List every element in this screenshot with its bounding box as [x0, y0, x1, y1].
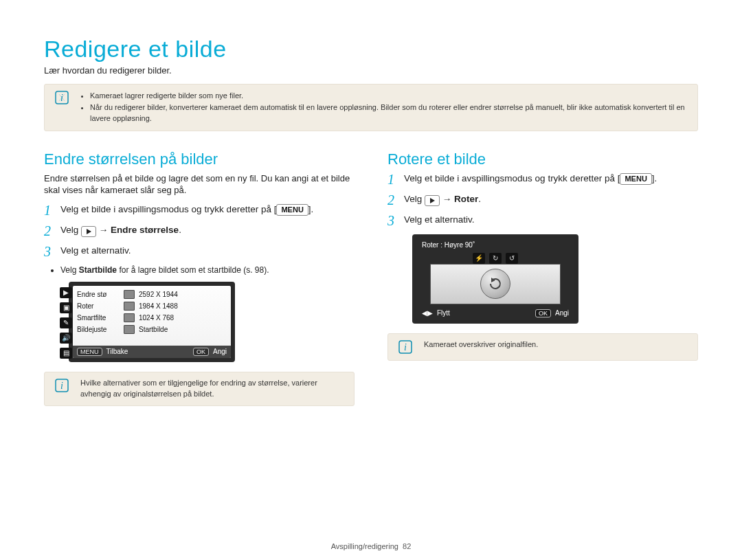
- startimage-icon: [124, 325, 135, 334]
- resolution-icon: [124, 290, 135, 299]
- intro-bullet: Når du redigerer bilder, konverterer kam…: [90, 102, 688, 124]
- info-icon: i: [398, 339, 413, 355]
- lcd-row[interactable]: Roter 1984 X 1488: [76, 300, 228, 312]
- page-footer: Avspilling/redigering 82: [0, 542, 742, 550]
- step-number: 3: [387, 214, 398, 227]
- menu-button[interactable]: MENU: [276, 204, 308, 216]
- step-number: 1: [44, 203, 55, 217]
- rotate-step-1: Velg et bilde i avspillingsmodus og tryk…: [404, 172, 698, 186]
- rotate-action-icon[interactable]: [480, 269, 510, 299]
- resize-heading: Endre størrelsen på bilder: [44, 150, 355, 168]
- resize-step-1: Velg et bilde i avspillingsmodus og tryk…: [60, 203, 355, 216]
- intro-bullet: Kameraet lagrer redigerte bilder som nye…: [90, 91, 688, 102]
- rotate-step-2: Velg → Roter.: [404, 193, 698, 206]
- rotate-note-text: Kameraet overskriver originalfilen.: [424, 339, 538, 350]
- grid-icon: ▣: [60, 302, 72, 313]
- lcd-row[interactable]: Smartfilte 1024 X 768: [76, 312, 228, 324]
- flash-off-icon: ⚡: [473, 253, 485, 264]
- svg-text:i: i: [404, 342, 407, 352]
- svg-marker-5: [430, 198, 435, 203]
- step-number: 2: [387, 193, 398, 207]
- step-number: 1: [387, 172, 398, 186]
- resize-note-text: Hvilke alternativer som er tilgjengelige…: [80, 378, 344, 400]
- lcd-ok-button[interactable]: OK: [535, 309, 551, 317]
- rotate-right-icon[interactable]: ↻: [489, 253, 502, 264]
- lcd-ok-button[interactable]: OK: [193, 348, 209, 356]
- page-subtitle: Lær hvordan du redigerer bilder.: [44, 65, 698, 76]
- info-icon: i: [54, 90, 69, 105]
- lcd-sidebar-icons: ▶ ▣ ✎ 🔊 ▤: [59, 287, 73, 359]
- rotate-note-box: i Kameraet overskriver originalfilen.: [387, 333, 698, 361]
- svg-text:i: i: [60, 93, 63, 103]
- resize-step-2: Velg → Endre størrelse.: [60, 224, 355, 237]
- play-icon: [81, 226, 96, 237]
- lcd-back-label: Tilbake: [106, 348, 128, 355]
- intro-infobox: i Kameraet lagrer redigerte bilder som n…: [44, 84, 698, 131]
- lcd-row[interactable]: Bildejuste Startbilde: [76, 324, 228, 335]
- step-number: 3: [44, 245, 55, 258]
- edit-icon: ✎: [60, 317, 72, 328]
- menu-button[interactable]: MENU: [620, 173, 651, 185]
- svg-marker-2: [87, 229, 91, 234]
- resize-sub-bullet: Velg Startbilde for å lagre bildet som e…: [60, 265, 355, 275]
- lcd-set-label: Angi: [555, 309, 569, 317]
- display-icon: ▤: [60, 348, 72, 359]
- lcd-set-label: Angi: [213, 348, 227, 355]
- step-number: 2: [44, 224, 55, 238]
- nav-arrows-icon[interactable]: ◀▶: [422, 309, 433, 317]
- resize-lcd: ▶ ▣ ✎ 🔊 ▤ Endre stø 2592 X 1944 Roter 19…: [69, 282, 235, 362]
- lcd-menu-button[interactable]: MENU: [77, 348, 102, 356]
- rotate-step-3: Velg et alternativ.: [404, 214, 698, 227]
- info-icon: i: [54, 378, 69, 393]
- lcd-move-label: Flytt: [437, 309, 450, 317]
- rotate-tool-icons: ⚡ ↻ ↺: [416, 251, 574, 264]
- resize-intro: Endre størrelsen på et bilde og lagre de…: [44, 172, 355, 197]
- resize-note-box: i Hvilke alternativer som er tilgjengeli…: [44, 372, 355, 406]
- sound-icon: 🔊: [60, 333, 72, 344]
- rotate-lcd-title: Roter : Høyre 90˚: [422, 241, 475, 249]
- rotate-lcd: Roter : Høyre 90˚ ⚡ ↻ ↺: [412, 234, 578, 324]
- playback-icon: ▶: [60, 287, 72, 298]
- resolution-icon: [124, 302, 135, 311]
- resolution-icon: [124, 313, 135, 322]
- resize-step-3: Velg et alternativ.: [60, 245, 355, 258]
- page-title: Redigere et bilde: [44, 36, 698, 63]
- lcd-row[interactable]: Endre stø 2592 X 1944: [76, 289, 228, 300]
- play-icon: [425, 195, 440, 206]
- rotate-heading: Rotere et bilde: [387, 150, 698, 168]
- svg-text:i: i: [60, 381, 63, 391]
- rotate-left-icon[interactable]: ↺: [506, 253, 518, 264]
